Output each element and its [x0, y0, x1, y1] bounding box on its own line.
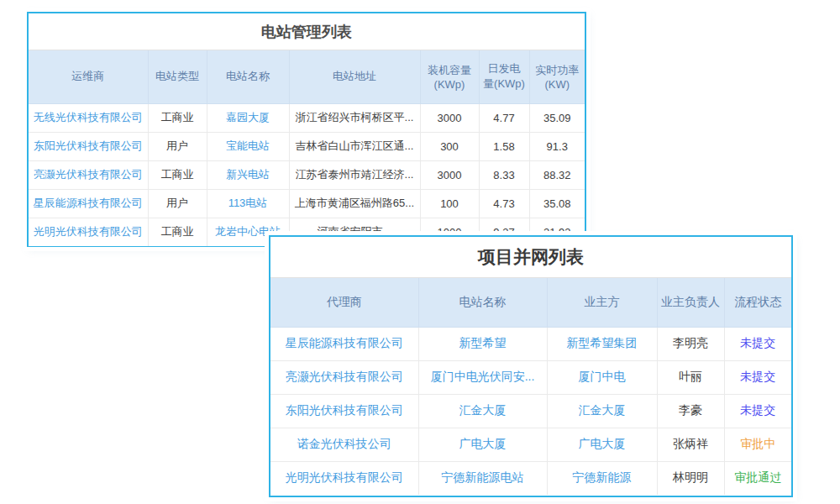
operator-cell[interactable]: 无线光伏科技有限公司: [29, 103, 148, 132]
col-header-type: 电站类型: [148, 50, 207, 103]
contact-cell: 林明明: [657, 461, 724, 495]
capacity-cell: 3000: [420, 160, 479, 189]
table-row: 亮灏光伏科技有限公司 工商业 新兴电站 江苏省泰州市靖江经济... 3000 8…: [29, 160, 585, 189]
col-header-owner: 业主方: [547, 278, 657, 327]
type-cell: 用户: [148, 189, 207, 218]
address-cell: 浙江省绍兴市柯桥区平...: [289, 103, 420, 132]
col-header-station: 电站名称: [418, 278, 547, 327]
operator-cell[interactable]: 光明光伏科技有限公司: [29, 218, 148, 246]
power-cell: 91.3: [529, 132, 585, 160]
contact-cell: 李豪: [657, 394, 724, 428]
status-badge: 审批中: [724, 428, 791, 461]
address-cell: 上海市黄浦区福州路65...: [289, 189, 420, 218]
agent-cell[interactable]: 东阳光伏科技有限公司: [270, 394, 418, 428]
operator-cell[interactable]: 亮灏光伏科技有限公司: [29, 160, 148, 189]
capacity-cell: 100: [420, 189, 479, 218]
owner-cell[interactable]: 广电大厦: [547, 428, 657, 461]
grid-connection-panel: 项目并网列表 代理商 电站名称 业主方 业主负责人 流程状态 星辰能源科技有限公…: [269, 235, 793, 497]
type-cell: 工商业: [148, 103, 207, 132]
station-management-title: 电站管理列表: [29, 13, 585, 50]
contact-cell: 张炳祥: [657, 428, 724, 461]
type-cell: 工商业: [148, 218, 207, 246]
col-header-name: 电站名称: [207, 50, 289, 103]
owner-cell[interactable]: 厦门中电: [547, 360, 657, 394]
contact-cell: 李明亮: [657, 327, 724, 360]
table-row: 星辰能源科技有限公司 用户 113电站 上海市黄浦区福州路65... 100 4…: [29, 189, 585, 218]
table-row: 诺金光伏科技公司 广电大厦 广电大厦 张炳祥 审批中: [270, 428, 791, 461]
operator-cell[interactable]: 星辰能源科技有限公司: [29, 189, 148, 218]
table-row: 亮灏光伏科技有限公司 厦门中电光伏同安... 厦门中电 叶丽 未提交: [270, 360, 791, 394]
table-row: 东阳光伏科技有限公司 汇金大厦 汇金大厦 李豪 未提交: [270, 394, 791, 428]
col-header-address: 电站地址: [289, 50, 420, 103]
station-cell[interactable]: 汇金大厦: [418, 394, 547, 428]
station-name-cell[interactable]: 新兴电站: [207, 160, 289, 189]
power-cell: 35.09: [529, 103, 585, 132]
agent-cell[interactable]: 星辰能源科技有限公司: [270, 327, 418, 360]
station-cell[interactable]: 新型希望: [418, 327, 547, 360]
grid-connection-title: 项目并网列表: [270, 237, 791, 278]
station-name-cell[interactable]: 113电站: [207, 189, 289, 218]
daily-cell: 4.77: [479, 103, 529, 132]
col-header-power: 实时功率(KW): [529, 50, 585, 103]
status-badge: 审批通过: [724, 461, 791, 495]
station-cell[interactable]: 宁德新能源电站: [418, 461, 547, 495]
capacity-cell: 300: [420, 132, 479, 160]
col-header-capacity: 装机容量(KWp): [420, 50, 479, 103]
grid-table-header-row: 代理商 电站名称 业主方 业主负责人 流程状态: [270, 278, 791, 327]
daily-cell: 8.33: [479, 160, 529, 189]
station-cell[interactable]: 厦门中电光伏同安...: [418, 360, 547, 394]
owner-cell[interactable]: 新型希望集团: [547, 327, 657, 360]
agent-cell[interactable]: 亮灏光伏科技有限公司: [270, 360, 418, 394]
owner-cell[interactable]: 宁德新能源: [547, 461, 657, 495]
status-badge: 未提交: [724, 394, 791, 428]
table-row: 星辰能源科技有限公司 新型希望 新型希望集团 李明亮 未提交: [270, 327, 791, 360]
capacity-cell: 3000: [420, 103, 479, 132]
station-management-panel: 电站管理列表 运维商 电站类型 电站名称 电站地址 装机容量(KWp) 日发电量…: [27, 12, 586, 247]
col-header-daily: 日发电量(KWp): [479, 50, 529, 103]
station-table-header-row: 运维商 电站类型 电站名称 电站地址 装机容量(KWp) 日发电量(KWp) 实…: [29, 50, 585, 103]
col-header-contact: 业主负责人: [657, 278, 724, 327]
contact-cell: 叶丽: [657, 360, 724, 394]
table-row: 无线光伏科技有限公司 工商业 嘉园大厦 浙江省绍兴市柯桥区平... 3000 4…: [29, 103, 585, 132]
col-header-agent: 代理商: [270, 278, 418, 327]
agent-cell[interactable]: 光明光伏科技有限公司: [270, 461, 418, 495]
table-row: 东阳光伏科技有限公司 用户 宝能电站 吉林省白山市浑江区通... 300 1.5…: [29, 132, 585, 160]
status-badge: 未提交: [724, 327, 791, 360]
daily-cell: 4.73: [479, 189, 529, 218]
station-management-table: 运维商 电站类型 电站名称 电站地址 装机容量(KWp) 日发电量(KWp) 实…: [29, 50, 585, 246]
station-name-cell[interactable]: 宝能电站: [207, 132, 289, 160]
operator-cell[interactable]: 东阳光伏科技有限公司: [29, 132, 148, 160]
daily-cell: 1.58: [479, 132, 529, 160]
power-cell: 88.32: [529, 160, 585, 189]
col-header-operator: 运维商: [29, 50, 148, 103]
type-cell: 用户: [148, 132, 207, 160]
status-badge: 未提交: [724, 360, 791, 394]
station-cell[interactable]: 广电大厦: [418, 428, 547, 461]
address-cell: 江苏省泰州市靖江经济...: [289, 160, 420, 189]
address-cell: 吉林省白山市浑江区通...: [289, 132, 420, 160]
station-name-cell[interactable]: 嘉园大厦: [207, 103, 289, 132]
type-cell: 工商业: [148, 160, 207, 189]
grid-connection-table: 代理商 电站名称 业主方 业主负责人 流程状态 星辰能源科技有限公司 新型希望 …: [270, 278, 791, 495]
agent-cell[interactable]: 诺金光伏科技公司: [270, 428, 418, 461]
table-row: 光明光伏科技有限公司 宁德新能源电站 宁德新能源 林明明 审批通过: [270, 461, 791, 495]
col-header-status: 流程状态: [724, 278, 791, 327]
owner-cell[interactable]: 汇金大厦: [547, 394, 657, 428]
power-cell: 35.08: [529, 189, 585, 218]
